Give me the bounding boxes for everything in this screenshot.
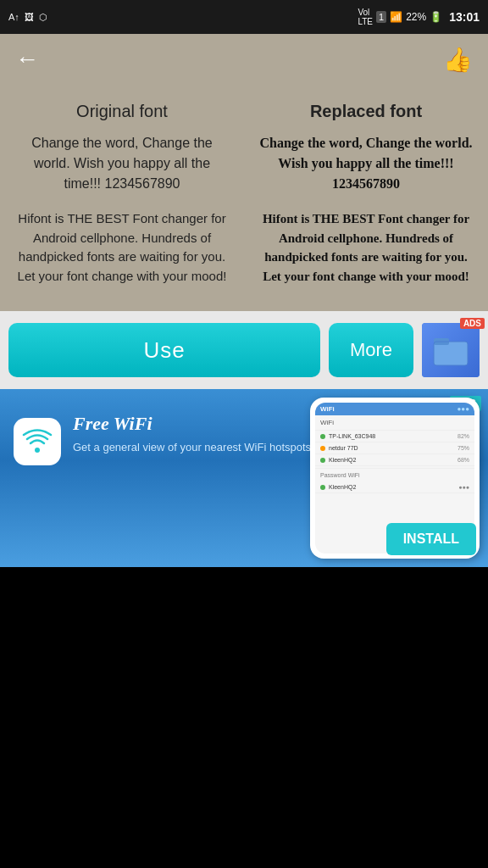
status-bar-left: A↑ 🖼 ⬡: [8, 12, 47, 23]
buttons-area: Use More ADS: [0, 311, 488, 389]
signal-dot-1: [320, 434, 325, 439]
folder-icon: [432, 333, 469, 367]
ad-banner: ADS Free WiFi Get a general view of your…: [0, 389, 488, 567]
battery-text: 22%: [406, 11, 426, 23]
notification-icon-usb: ⬡: [39, 12, 47, 23]
signal-icon: 📶: [390, 11, 402, 23]
replaced-font-header: Replaced font: [259, 102, 473, 121]
phone-wifi-row-2: netdur 77D 75%: [315, 442, 474, 454]
signal-dot-2: [320, 446, 325, 451]
phone-password-row: KleenHQ2 ●●●: [315, 481, 474, 493]
signal-dot-3: [320, 458, 325, 463]
replaced-sample-text2: Hifont is THE BEST Font changer for Andr…: [259, 209, 473, 286]
like-button[interactable]: 👍: [443, 46, 473, 74]
font-comparison: Original font Change the word, Change th…: [0, 93, 488, 294]
svg-point-3: [35, 448, 40, 453]
ads-icon-inner: [422, 323, 480, 377]
ad-content: Free WiFi Get a general view of your nea…: [0, 389, 488, 479]
status-bar-right: VolLTE 1 📶 22% 🔋 13:01: [358, 8, 480, 26]
app-bar: ← 👍: [0, 34, 488, 85]
notification-icon-a: A↑: [8, 12, 19, 22]
back-button[interactable]: ←: [15, 46, 39, 73]
phone-password-label: Password WiFi: [315, 468, 474, 481]
use-button[interactable]: Use: [8, 323, 320, 377]
wifi-icon: [22, 426, 53, 457]
original-font-col: Original font Change the word, Change th…: [0, 93, 244, 294]
ads-badge: ADS: [460, 318, 485, 329]
time-display: 13:01: [449, 10, 480, 24]
content-area: Original font Change the word, Change th…: [0, 85, 488, 311]
original-sample-text1: Change the word, Change the world. Wish …: [15, 133, 229, 194]
svg-rect-0: [434, 342, 468, 365]
notification-icon-img: 🖼: [25, 12, 34, 22]
replaced-sample-text1: Change the word, Change the world. Wish …: [259, 133, 473, 194]
replaced-font-col: Replaced font Change the word, Change th…: [244, 93, 488, 294]
original-font-header: Original font: [15, 102, 229, 121]
signal-dot-4: [320, 485, 325, 490]
vol-label: VolLTE: [358, 8, 373, 26]
install-button[interactable]: INSTALL: [386, 523, 476, 555]
phone-wifi-label: WiFi: [315, 415, 474, 431]
more-button[interactable]: More: [329, 323, 413, 377]
phone-wifi-row-1: TP-LINK_63C948 82%: [315, 431, 474, 442]
phone-wifi-row-3: KleenHQ2 68%: [315, 454, 474, 466]
phone-screen-header: WiFi ●●●: [315, 403, 474, 415]
status-bar: A↑ 🖼 ⬡ VolLTE 1 📶 22% 🔋 13:01: [0, 0, 488, 34]
original-sample-text2: Hifont is THE BEST Font changer for Andr…: [15, 209, 229, 286]
lte-badge: 1: [376, 11, 386, 23]
ads-icon-container[interactable]: ADS: [422, 323, 480, 377]
battery-icon: 🔋: [430, 11, 442, 23]
wifi-icon-circle: [14, 418, 61, 465]
